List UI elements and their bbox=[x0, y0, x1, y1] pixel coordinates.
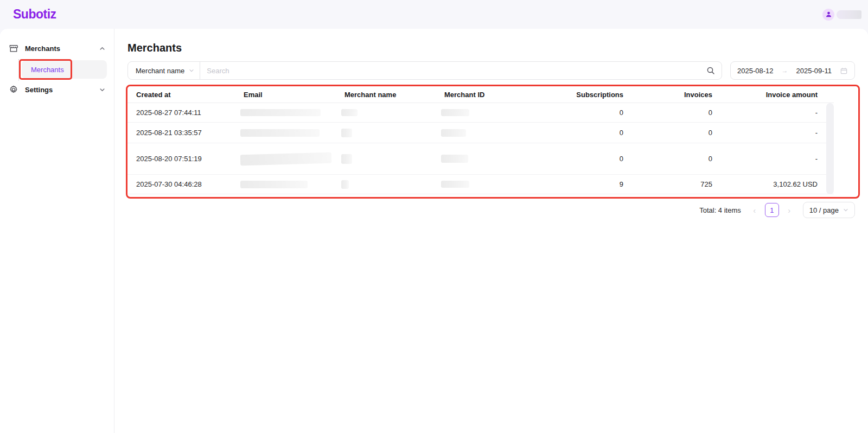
cell-subscriptions: 0 bbox=[528, 129, 632, 137]
cell-invoice-amount: - bbox=[721, 129, 826, 137]
cell-merchant-name bbox=[336, 180, 436, 189]
cell-invoice-amount: - bbox=[721, 109, 826, 117]
sidebar-item-label: Merchants bbox=[25, 44, 93, 53]
table-row[interactable]: 2025-07-30 04:46:2897253,102.62 USD bbox=[127, 175, 834, 194]
redacted-value bbox=[240, 181, 308, 188]
cell-created-at: 2025-08-27 07:44:11 bbox=[127, 109, 235, 117]
table-row[interactable]: 2025-08-21 03:35:5700- bbox=[127, 123, 834, 143]
redacted-value bbox=[441, 109, 469, 116]
chevron-down-icon bbox=[843, 207, 848, 213]
page-size-select[interactable]: 10 / page bbox=[803, 202, 855, 218]
cell-merchant-id bbox=[436, 181, 528, 188]
column-header: Merchant name bbox=[336, 91, 436, 99]
cell-email bbox=[235, 129, 336, 137]
prev-page-button[interactable]: ‹ bbox=[750, 206, 760, 215]
date-range-arrow: → bbox=[781, 67, 788, 74]
date-from[interactable]: 2025-08-12 bbox=[737, 67, 774, 75]
topbar: Subotiz bbox=[0, 0, 868, 29]
filter-row: Merchant name 2025-08-12 → 2025-09-11 bbox=[127, 61, 855, 80]
cell-invoices: 0 bbox=[632, 109, 721, 117]
cell-email bbox=[235, 109, 336, 116]
table-body: 2025-08-27 07:44:1100-2025-08-21 03:35:5… bbox=[127, 103, 834, 194]
column-header: Invoices bbox=[632, 91, 721, 99]
column-header: Email bbox=[235, 91, 336, 99]
chevron-down-icon bbox=[189, 68, 194, 73]
chevron-down-icon bbox=[99, 87, 105, 93]
table-row[interactable]: 2025-08-27 07:44:1100- bbox=[127, 103, 834, 123]
column-header: Created at bbox=[127, 91, 235, 99]
sidebar-item-settings[interactable]: Settings bbox=[0, 80, 114, 99]
cell-merchant-id bbox=[436, 129, 528, 137]
redacted-value bbox=[240, 152, 331, 165]
cell-created-at: 2025-08-21 03:35:57 bbox=[127, 129, 235, 137]
column-header: Invoice amount bbox=[721, 91, 826, 99]
redacted-value bbox=[341, 109, 358, 116]
cell-created-at: 2025-08-20 07:51:19 bbox=[127, 155, 235, 163]
sidebar-item-merchants[interactable]: Merchants bbox=[0, 39, 114, 58]
search-icon[interactable] bbox=[706, 66, 722, 75]
redacted-value bbox=[341, 129, 352, 137]
column-header: Subscriptions bbox=[528, 91, 632, 99]
cell-subscriptions: 0 bbox=[528, 155, 632, 163]
user-name-redacted bbox=[837, 10, 861, 19]
cell-merchant-name bbox=[336, 129, 436, 137]
page-number-button[interactable]: 1 bbox=[765, 203, 779, 217]
chevron-up-icon bbox=[99, 46, 105, 52]
redacted-value bbox=[341, 180, 349, 189]
table-scrollbar[interactable] bbox=[826, 103, 834, 194]
cell-email bbox=[235, 154, 336, 164]
table-row[interactable]: 2025-08-20 07:51:1900- bbox=[127, 143, 834, 175]
redacted-value bbox=[240, 129, 320, 137]
gear-icon bbox=[9, 85, 18, 94]
cell-subscriptions: 9 bbox=[528, 180, 632, 188]
user-menu[interactable] bbox=[822, 9, 861, 21]
redacted-value bbox=[441, 129, 466, 137]
cell-created-at: 2025-07-30 04:46:28 bbox=[127, 180, 235, 188]
redacted-value bbox=[441, 181, 469, 188]
search-field-selector[interactable]: Merchant name bbox=[128, 62, 200, 79]
cell-merchant-id bbox=[436, 109, 528, 116]
cell-email bbox=[235, 181, 336, 188]
redacted-value bbox=[240, 109, 321, 116]
cell-subscriptions: 0 bbox=[528, 109, 632, 117]
page-title: Merchants bbox=[127, 42, 855, 54]
search-input[interactable] bbox=[200, 67, 706, 75]
app-logo[interactable]: Subotiz bbox=[13, 7, 56, 22]
content-area: Merchants Merchant name bbox=[114, 29, 868, 433]
cell-merchant-name bbox=[336, 154, 436, 164]
sidebar: Merchants Merchants Settings bbox=[0, 29, 114, 433]
merchants-table: Created atEmailMerchant nameMerchant IDS… bbox=[127, 87, 834, 194]
page-size-label: 10 / page bbox=[809, 206, 839, 214]
pagination: Total: 4 items ‹ 1 › 10 / page bbox=[127, 202, 855, 218]
next-page-button[interactable]: › bbox=[784, 206, 794, 215]
cell-merchant-id bbox=[436, 155, 528, 163]
date-to[interactable]: 2025-09-11 bbox=[796, 67, 832, 75]
storefront-icon bbox=[9, 43, 18, 53]
cell-invoice-amount: 3,102.62 USD bbox=[721, 180, 826, 188]
cell-invoices: 0 bbox=[632, 155, 721, 163]
search-box: Merchant name bbox=[127, 61, 722, 80]
cell-invoices: 725 bbox=[632, 180, 721, 188]
cell-merchant-name bbox=[336, 109, 436, 116]
table-header: Created atEmailMerchant nameMerchant IDS… bbox=[127, 87, 834, 103]
pagination-total: Total: 4 items bbox=[699, 206, 741, 214]
date-range-picker[interactable]: 2025-08-12 → 2025-09-11 bbox=[730, 61, 855, 80]
main-panel: Merchants Merchants Settings Merchants bbox=[0, 29, 868, 433]
search-field-label: Merchant name bbox=[136, 67, 184, 75]
sidebar-subitem-merchants[interactable]: Merchants bbox=[22, 60, 107, 79]
sidebar-submenu: Merchants bbox=[0, 60, 114, 79]
sidebar-item-label: Settings bbox=[25, 86, 93, 94]
column-header: Merchant ID bbox=[436, 91, 528, 99]
user-avatar[interactable] bbox=[822, 9, 834, 21]
user-icon bbox=[825, 11, 832, 18]
cell-invoices: 0 bbox=[632, 129, 721, 137]
redacted-value bbox=[341, 154, 352, 164]
sidebar-subitem-label: Merchants bbox=[31, 66, 64, 74]
calendar-icon bbox=[840, 67, 848, 75]
cell-invoice-amount: - bbox=[721, 155, 826, 163]
redacted-value bbox=[441, 155, 468, 163]
